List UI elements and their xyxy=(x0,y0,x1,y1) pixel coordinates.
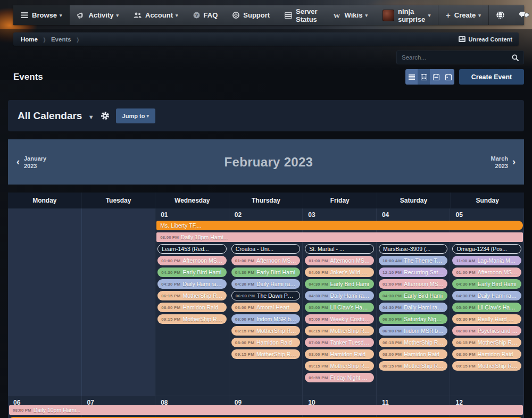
event-pill[interactable]: 04:30 PMDaily Hami raid... xyxy=(231,279,301,289)
event-pill[interactable]: 05:30 PMReally Hard Way... xyxy=(452,314,521,324)
prev-month-button[interactable]: ‹ January 2023 xyxy=(16,155,46,170)
event-pill[interactable]: 06:00 PMSaturday Night ... xyxy=(379,314,448,324)
event-pill[interactable]: 04:30 PMDaily Hami raid... xyxy=(379,303,448,312)
event-time: 10:00 AM xyxy=(383,258,402,263)
event-pill[interactable]: 01:00 PMAfternoon MSR(M... xyxy=(452,267,521,277)
event-pill[interactable]: 04:30 PMEarly Bird Hami xyxy=(452,279,521,289)
event-pill[interactable]: 06:00 PMIndom MSR by @E... xyxy=(379,326,448,336)
messages-button[interactable] xyxy=(512,5,532,25)
event-pill[interactable]: 04:30 PMEarly Bird Hami xyxy=(157,267,227,277)
event-pill[interactable]: MarsBase-3909 (... xyxy=(379,244,448,254)
event-pill[interactable]: 06:00 PMAmoral Hearts I... xyxy=(231,303,301,312)
event-pill[interactable]: 04:00 PMJoker's Wild Pa... xyxy=(305,267,374,277)
nav-item-support[interactable]: Support xyxy=(225,5,277,25)
event-time: 07:00 PM xyxy=(309,340,328,345)
search-input[interactable]: Search... xyxy=(396,51,524,64)
event-pill[interactable]: 06:15 PMMotherShip Raid xyxy=(379,338,448,347)
spanning-event-bar[interactable]: Ms. Liberty TF,... xyxy=(156,221,523,230)
next-month-button[interactable]: March 2023 › xyxy=(491,155,516,170)
event-pill[interactable]: 09:15 PMMotherShip Raid xyxy=(231,349,301,359)
event-pill[interactable]: 09:15 PMMotherShip Raid xyxy=(305,361,374,371)
event-pill[interactable]: 06:15 PMMotherShip Raid xyxy=(231,326,301,336)
event-pill[interactable]: 11:00 AMLag-Mania Mothe... xyxy=(452,256,521,265)
event-pill[interactable]: 06:00 PMIndom MSR by @E... xyxy=(231,314,301,324)
event-pill[interactable]: 09:59 PMFriday Night Mi... xyxy=(305,373,374,382)
event-pill[interactable]: Omega-1234 (Pos... xyxy=(452,244,521,254)
calendar-day-cell[interactable] xyxy=(82,208,156,396)
event-time: 09:15 PM xyxy=(383,364,402,369)
event-pill[interactable]: 09:15 PMMotherShip Raid xyxy=(452,361,521,371)
event-title: Early Bird Hami xyxy=(256,269,295,275)
event-pill[interactable]: 01:00 PMAfternoon MSR(M... xyxy=(305,256,374,265)
event-pill[interactable]: 08:00 PMHamidon Raid xyxy=(452,349,521,359)
event-pill[interactable]: 04:30 PMDaily Hami raid... xyxy=(305,291,374,300)
nav-item-label: FAQ xyxy=(204,11,218,19)
search-icon[interactable] xyxy=(512,54,519,61)
spanning-event-bar[interactable]: 08:00 PMDaily 10pm Hami... xyxy=(9,405,523,415)
gear-icon[interactable] xyxy=(101,111,110,120)
event-pill[interactable]: 06:15 PMMotherShip Raid xyxy=(157,291,227,300)
create-label: Create xyxy=(454,11,476,19)
spanning-event-bar[interactable]: 08:00 PMDaily 10pm Hami... xyxy=(156,232,523,242)
event-pill[interactable]: 07:00 PMTanker Tuesday ... xyxy=(305,338,374,347)
event-pill[interactable]: 08:00 PMHamidon Raid xyxy=(305,349,374,359)
event-time: 06:00 PM xyxy=(383,329,402,333)
event-pill[interactable]: 04:30 PMDaily Hami raid... xyxy=(157,279,227,289)
event-time: 01:00 PM xyxy=(309,258,328,263)
avatar xyxy=(383,10,394,21)
week-view-button[interactable] xyxy=(430,69,442,85)
nav-item-activity[interactable]: Activity▾ xyxy=(70,5,127,25)
event-pill[interactable]: St. Martial - ... xyxy=(305,244,374,254)
unread-content-link[interactable]: Unread Content xyxy=(452,36,519,43)
nav-item-faq[interactable]: ?FAQ xyxy=(186,5,226,25)
calendar-filter-dropdown[interactable]: All Calendars ▼ xyxy=(18,110,94,122)
nav-item-wikis[interactable]: WWikis▾ xyxy=(325,5,375,25)
nav-item-server-status[interactable]: Server Status xyxy=(277,5,325,25)
event-pill[interactable]: 08:00 PMHamidon Raid xyxy=(157,303,227,312)
event-pill[interactable]: 06:15 PMMotherShip Raid xyxy=(305,326,374,336)
create-menu-button[interactable]: + Create ▾ xyxy=(438,5,488,25)
event-pill[interactable]: 06:00 PMThe Dawn Patrol... xyxy=(231,291,301,300)
event-pill[interactable]: 10:00 AMThe Theme Team xyxy=(379,256,448,265)
jump-to-button[interactable]: Jump to ▾ xyxy=(116,108,155,123)
month-view-button[interactable] xyxy=(418,69,430,85)
breadcrumb-link-events[interactable]: Events xyxy=(44,32,79,46)
wiki-icon: W xyxy=(332,12,341,19)
event-time: 05:30 PM xyxy=(456,317,475,322)
event-pill[interactable]: 08:00 PMHamidon Raid xyxy=(231,338,301,347)
globe-button[interactable] xyxy=(489,5,512,25)
event-pill[interactable]: 04:30 PMDaily Hami raid... xyxy=(452,291,521,300)
next-year-label: 2023 xyxy=(491,162,508,170)
event-pill[interactable]: 04:30 PMEarly Bird Hami xyxy=(379,291,448,300)
list-view-button[interactable] xyxy=(405,69,418,85)
event-pill[interactable]: Learn-1453 (Red... xyxy=(157,244,227,254)
event-pill[interactable]: 05:00 PMLil Claw's Hami... xyxy=(452,303,521,312)
event-pill[interactable]: 06:15 PMMotherShip Raid xyxy=(452,338,521,347)
breadcrumb-link-home[interactable]: Home xyxy=(13,32,45,46)
month-calendar: MondayTuesdayWednesdayThursdayFridaySatu… xyxy=(8,193,524,418)
calendar-day-cell[interactable] xyxy=(8,208,82,396)
event-title: Really Hard Way... xyxy=(478,316,518,322)
event-title: MotherShip Raid xyxy=(330,328,370,334)
event-pill[interactable]: 01:00 PMAfternoon MSR(M... xyxy=(379,279,448,289)
event-pill[interactable]: 12:10 PMRecurring Satur... xyxy=(379,267,448,277)
event-pill[interactable]: 08:00 PMHamidon Raid xyxy=(379,349,448,359)
event-pill[interactable]: 05:00 PMLil Claw's Hami... xyxy=(305,303,374,312)
event-title: Afternoon MSR(M... xyxy=(404,281,444,287)
user-menu[interactable]: ninja surprise ▾ xyxy=(375,5,438,25)
event-pill[interactable]: 01:00 PMAfternoon MSR(M... xyxy=(231,256,301,265)
event-pill[interactable]: 04:30 PMEarly Bird Hami xyxy=(231,267,301,277)
create-event-button[interactable]: Create Event xyxy=(459,69,524,85)
event-pill[interactable]: Croatoa - Uni... xyxy=(231,244,301,254)
event-pill[interactable]: 05:00 PMWeekly Costume ... xyxy=(305,314,374,324)
event-pill[interactable]: 09:15 PMMotherShip Raid xyxy=(379,361,448,371)
event-pill[interactable]: 06:00 PMPsychics and So... xyxy=(452,326,521,336)
nav-item-browse[interactable]: Browse▾ xyxy=(13,5,70,25)
event-pill[interactable]: 04:30 PMEarly Bird Hami xyxy=(305,279,374,289)
event-pill[interactable]: 09:15 PMMotherShip Raid xyxy=(157,314,227,324)
event-time: 06:15 PM xyxy=(383,340,402,345)
nav-item-account[interactable]: Account▾ xyxy=(126,5,186,25)
day-view-button[interactable] xyxy=(442,69,454,85)
event-pill[interactable]: 01:00 PMAfternoon MSR(M... xyxy=(157,256,227,265)
event-time: 09:15 PM xyxy=(161,317,180,322)
